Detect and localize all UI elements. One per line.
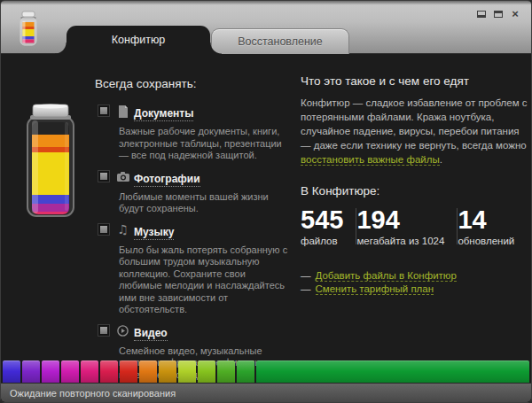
tab-konfitur[interactable]: Конфитюр (66, 26, 210, 54)
info-section: Что это такое и с чем его едят Конфитюр … (301, 74, 528, 296)
progress-tile (159, 360, 176, 384)
progress-solid-segment (256, 360, 529, 384)
music-note-icon: ♫ (116, 223, 129, 236)
stat-megabytes-label: мегабайта из 1024 (356, 236, 444, 246)
close-button[interactable]: × (510, 9, 520, 19)
stats-row: 545 файлов 194 мегабайта из 1024 14 обно… (301, 206, 528, 246)
window-controls: × (476, 9, 520, 19)
dash: — (301, 270, 311, 281)
save-item-photos: Фотографии Любимые моменты вашей жизни б… (95, 170, 286, 215)
intro-text-end: . (440, 154, 442, 165)
progress-stripe (3, 360, 529, 384)
stat-megabytes-value: 194 (356, 206, 444, 233)
close-icon: × (512, 9, 519, 19)
documents-description: Важные рабочие документы, книги, электро… (119, 126, 289, 162)
stat-updates: 14 обновлений (458, 206, 527, 246)
restore-files-link[interactable]: восстановить важные файлы (301, 154, 440, 166)
stat-megabytes: 194 мегабайта из 1024 (356, 206, 457, 246)
camera-icon (116, 170, 129, 183)
progress-tile (198, 360, 215, 384)
stat-files-label: файлов (301, 236, 343, 246)
photos-description: Любимые моменты вашей жизни будут сохран… (119, 191, 289, 215)
intro-paragraph: Конфитюр — сладкое избавление от проблем… (301, 96, 528, 167)
progress-tile (178, 360, 196, 384)
stat-files-value: 545 (301, 206, 343, 233)
progress-tile (22, 360, 40, 384)
tab-label: Конфитюр (112, 34, 165, 46)
add-files-row: —Добавить файлы в Конфитюр (301, 269, 528, 283)
intro-text: Конфитюр — сладкое избавление от проблем… (301, 97, 527, 151)
change-plan-link[interactable]: Сменить тарифный план (316, 283, 434, 295)
documents-checkbox[interactable] (98, 105, 109, 116)
video-checkbox[interactable] (98, 325, 109, 336)
progress-tile (3, 360, 20, 384)
content-area: Всегда сохранять: Документы Важные рабоч… (1, 54, 531, 402)
progress-tile (139, 360, 157, 384)
maximize-button[interactable] (493, 9, 504, 19)
stats-heading: В Конфитюре: (301, 184, 528, 198)
stat-updates-label: обновлений (458, 236, 514, 246)
maximize-icon (494, 11, 503, 18)
stat-files: 545 файлов (301, 206, 356, 246)
app-jar-icon (19, 11, 38, 50)
statusbar: Ожидание повторного сканирования (1, 383, 531, 402)
progress-tile (237, 360, 254, 384)
dash: — (301, 283, 311, 294)
video-icon (116, 324, 129, 337)
progress-tile (81, 360, 98, 384)
tab-label: Восстановление (238, 35, 323, 48)
music-title[interactable]: Музыку (134, 226, 174, 240)
document-icon (116, 105, 129, 118)
save-item-music: ♫ Музыку Было бы жаль потерять собранную… (95, 223, 286, 316)
titlebar: × Восстановление Конфитюр (1, 1, 531, 54)
tab-vosstanovlenie[interactable]: Восстановление (211, 28, 349, 54)
progress-tile (100, 360, 118, 384)
save-section: Всегда сохранять: Документы Важные рабоч… (95, 77, 286, 389)
photos-title[interactable]: Фотографии (134, 173, 200, 187)
app-window: × Восстановление Конфитюр (0, 0, 532, 403)
documents-title[interactable]: Документы (134, 107, 193, 121)
add-files-link[interactable]: Добавить файлы в Конфитюр (316, 270, 457, 282)
progress-tile (217, 360, 235, 384)
video-title[interactable]: Видео (134, 327, 168, 341)
action-links: —Добавить файлы в Конфитюр —Сменить тари… (301, 269, 528, 296)
change-plan-row: —Сменить тарифный план (301, 283, 528, 296)
save-item-documents: Документы Важные рабочие документы, книг… (95, 105, 286, 162)
save-section-heading: Всегда сохранять: (95, 77, 286, 90)
photos-checkbox[interactable] (98, 171, 109, 182)
stat-updates-value: 14 (458, 206, 514, 233)
progress-tile (120, 360, 137, 384)
music-description: Было бы жаль потерять собранную с больши… (119, 244, 289, 316)
info-heading: Что это такое и с чем его едят (301, 74, 528, 88)
progress-tile (61, 360, 79, 384)
minimize-icon (477, 11, 486, 18)
minimize-button[interactable] (476, 9, 487, 19)
jar-illustration (25, 103, 76, 223)
progress-tile (42, 360, 59, 384)
music-checkbox[interactable] (98, 224, 109, 235)
status-text: Ожидание повторного сканирования (10, 388, 176, 399)
